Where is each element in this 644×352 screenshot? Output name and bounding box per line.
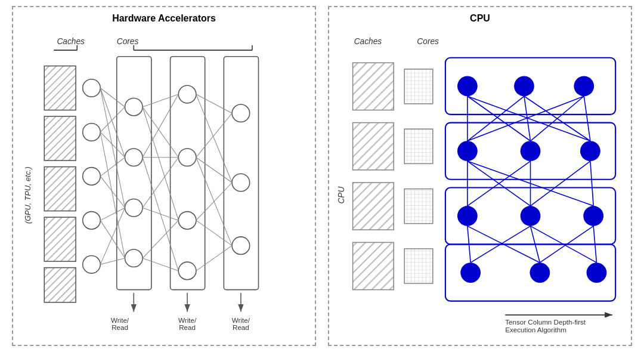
svg-rect-66 [353,183,394,230]
svg-line-58 [196,246,232,271]
svg-point-15 [83,168,101,186]
svg-point-14 [83,123,101,141]
write-read-2: Write/ [178,316,197,324]
svg-rect-69 [404,129,433,163]
left-cores-label: Cores [117,37,139,46]
svg-point-20 [125,199,143,217]
algo-label-line1: Tensor Column Depth-first [505,318,586,326]
svg-line-32 [100,107,125,132]
svg-point-19 [125,149,143,166]
svg-line-42 [143,107,178,158]
svg-line-37 [100,208,125,220]
svg-line-52 [196,94,232,183]
right-svg: Caches Cores CPU [335,29,625,336]
svg-rect-71 [404,249,433,283]
svg-point-85 [460,263,481,283]
svg-line-36 [100,176,125,208]
svg-point-22 [178,85,196,103]
svg-point-78 [574,76,594,96]
svg-point-13 [83,79,101,97]
svg-line-43 [143,107,178,220]
svg-text:Read: Read [112,323,128,331]
svg-point-84 [583,206,603,226]
svg-line-103 [590,161,593,206]
right-title: CPU [335,13,625,24]
algo-label-line2: Execution Algorithm [505,326,566,334]
svg-line-89 [467,96,531,141]
svg-point-87 [587,263,607,283]
left-gpu-label: (GPU, TPU, etc.) [24,166,32,224]
svg-point-24 [178,212,196,230]
svg-point-26 [232,104,250,122]
svg-line-41 [143,94,178,107]
svg-line-31 [100,88,125,208]
svg-point-79 [457,141,478,161]
svg-line-35 [100,158,125,177]
left-caches-label: Caches [57,37,85,46]
svg-point-28 [232,237,250,255]
svg-point-81 [580,141,600,161]
svg-line-50 [143,258,178,271]
svg-point-16 [83,212,101,230]
svg-line-95 [531,96,584,141]
svg-line-33 [100,132,125,157]
left-svg: Caches Cores (GPU, TPU, etc.) [19,29,309,336]
svg-text:Read: Read [233,323,249,331]
svg-point-80 [521,141,541,161]
svg-point-82 [457,206,478,226]
svg-rect-8 [44,217,76,261]
svg-rect-65 [353,123,394,170]
svg-rect-70 [404,189,433,224]
svg-text:Read: Read [179,323,196,331]
svg-point-27 [232,174,250,192]
write-read-1: Write/ [111,316,129,324]
svg-line-53 [196,113,232,158]
svg-line-56 [196,183,232,220]
svg-rect-9 [44,268,76,302]
left-diagram: Caches Cores (GPU, TPU, etc.) [19,29,309,336]
svg-point-76 [457,76,478,96]
svg-line-47 [143,158,178,208]
svg-line-39 [100,258,125,265]
svg-line-48 [143,208,178,220]
svg-line-29 [100,88,125,107]
svg-rect-5 [44,66,76,110]
svg-point-86 [530,263,550,283]
right-diagram: Caches Cores CPU [335,29,625,336]
right-cores-label: Cores [417,37,439,46]
write-read-3: Write/ [232,316,250,324]
svg-point-18 [125,98,143,116]
svg-point-25 [178,262,196,280]
svg-line-40 [100,208,125,264]
left-title: Hardware Accelerators [19,13,309,24]
svg-rect-68 [404,69,433,104]
svg-rect-7 [44,167,76,211]
right-panel: CPU Caches Cores CPU [328,6,632,346]
svg-line-51 [196,94,232,113]
svg-line-102 [531,161,590,206]
svg-rect-11 [171,57,205,290]
svg-rect-6 [44,116,76,160]
svg-line-91 [467,96,524,141]
svg-line-44 [143,94,178,158]
svg-line-49 [143,220,178,258]
right-cpu-label: CPU [337,187,346,204]
svg-point-21 [125,249,143,267]
main-container: Hardware Accelerators Caches Cores (GPU,… [0,0,644,352]
svg-rect-67 [353,242,394,289]
left-panel: Hardware Accelerators Caches Cores (GPU,… [12,6,316,346]
svg-line-96 [584,96,590,141]
svg-point-23 [178,149,196,166]
right-caches-label: Caches [354,37,382,46]
svg-point-17 [83,256,101,274]
svg-rect-64 [353,63,394,110]
svg-point-83 [521,206,541,226]
svg-point-77 [514,76,534,96]
